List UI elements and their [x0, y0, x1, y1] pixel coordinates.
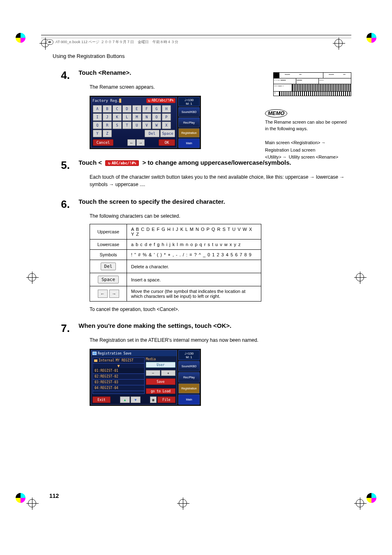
- memo-path-1b: Registration Load screen: [265, 147, 315, 152]
- cmyk-swatch: [367, 493, 376, 503]
- row-chars-lowercase: a b c d e f g h i j k l m n o p q r s t …: [127, 240, 261, 250]
- minus-button[interactable]: —: [146, 370, 160, 376]
- main-button[interactable]: Main: [178, 394, 200, 405]
- space-key-cell: Space: [90, 273, 127, 286]
- key-u[interactable]: U: [132, 122, 141, 129]
- regist-item[interactable]: 02:REGIST-02: [93, 374, 144, 380]
- memo-box: MEMO The Rename screen can also be opene…: [265, 109, 347, 161]
- key-x[interactable]: X: [162, 122, 171, 129]
- key-f[interactable]: F: [142, 105, 151, 113]
- row-chars-uppercase: A B C D E F G H I J K L M N O P Q R S T …: [127, 224, 261, 240]
- arrow-desc: Move the cursor (the symbol that indicat…: [127, 286, 261, 302]
- scroll-up-button[interactable]: ▲: [120, 396, 130, 403]
- key-a[interactable]: A: [93, 105, 102, 113]
- key-h[interactable]: H: [162, 105, 171, 113]
- key-e[interactable]: E: [132, 105, 141, 113]
- keyboard-diagram: ▪▪▪▪▪▪▪▪▪▪▪▪▪▪▪▪▪▪▪▪ ▫ ▫ ▫▫▫ ▪▪▪▪▪▪▪▪▪▪▪…: [273, 72, 351, 96]
- exit-button[interactable]: Exit: [92, 396, 111, 403]
- down-arrow-icon: ▼: [93, 364, 144, 368]
- left-arrow-icon: ←: [98, 290, 108, 298]
- key-w[interactable]: W: [152, 122, 161, 129]
- user-button[interactable]: User: [146, 362, 175, 368]
- keyboard-grid: A B C D E F G H I J K: [91, 104, 177, 138]
- del-button[interactable]: Del: [145, 130, 159, 137]
- rec-play-button[interactable]: Rec/Play: [178, 372, 200, 382]
- char-switch-button[interactable]: ↻ABC/abc/!#%: [146, 98, 175, 103]
- key-o[interactable]: O: [152, 113, 161, 121]
- media-icon[interactable]: ▦: [150, 396, 157, 403]
- key-v[interactable]: V: [142, 122, 151, 129]
- section-heading: Using the Registration Buttons: [53, 53, 351, 59]
- memo-path-2b: Utility screen <Rename>: [289, 154, 338, 159]
- step-number: 6.: [53, 198, 70, 211]
- registration-mark: [24, 495, 40, 511]
- sound-kbd-button[interactable]: Sound/KBD: [178, 107, 200, 117]
- memo-label: MEMO: [265, 109, 287, 117]
- cancel-note: To cancel the operation, touch <Cancel>.: [90, 306, 351, 312]
- key-k[interactable]: K: [113, 113, 122, 121]
- row-label-symbols: Symbols: [90, 250, 127, 260]
- screen-title: Factory Reg._: [92, 99, 121, 103]
- del-desc: Delete a character.: [127, 260, 261, 273]
- key-l[interactable]: L: [122, 113, 131, 121]
- step-number: 7.: [53, 322, 70, 335]
- key-m[interactable]: M: [132, 113, 141, 121]
- save-button[interactable]: Save: [146, 378, 175, 385]
- key-n[interactable]: N: [142, 113, 151, 121]
- key-p[interactable]: P: [162, 113, 171, 121]
- main-button[interactable]: Main: [178, 138, 200, 148]
- book-header: ⬬ AT-900_e.book 112 ページ ２００７年９月７日 金曜日 午前…: [41, 38, 351, 45]
- regist-item[interactable]: 01:REGIST-01: [93, 368, 144, 374]
- del-key-cell: Del: [90, 260, 127, 273]
- ok-button[interactable]: OK: [159, 139, 175, 146]
- cycle-icon: ↻: [108, 161, 110, 165]
- key-r[interactable]: R: [103, 122, 112, 129]
- header-oval-icon: ⬬: [46, 39, 53, 45]
- registration-mark: [24, 269, 40, 286]
- plus-button[interactable]: +: [161, 370, 175, 376]
- media-label: Media: [146, 357, 175, 361]
- key-j[interactable]: J: [103, 113, 112, 121]
- key-s[interactable]: S: [113, 122, 122, 129]
- registration-mark: [352, 269, 368, 286]
- row-label-uppercase: Uppercase: [90, 224, 127, 240]
- registration-list: Internal MY REGIST ▼ 01:REGIST-01 02:REG…: [92, 357, 145, 394]
- arrows-cell: ←→: [90, 286, 127, 302]
- key-b[interactable]: B: [103, 105, 112, 113]
- arrow-icon: →: [282, 154, 287, 159]
- step-5: 5. Touch < ↻ABC/abc/!#% > to change amon…: [53, 159, 351, 188]
- registration-save-figure: Registration Save Internal MY REGIST ▼ 0…: [90, 349, 201, 406]
- file-button[interactable]: File: [157, 396, 175, 403]
- key-q[interactable]: Q: [93, 122, 102, 129]
- rec-play-button[interactable]: Rec/Play: [178, 117, 200, 127]
- key-d[interactable]: D: [122, 105, 131, 113]
- registration-button[interactable]: Registration: [178, 128, 200, 138]
- key-c[interactable]: C: [113, 105, 122, 113]
- key-z[interactable]: Z: [103, 130, 112, 137]
- key-g[interactable]: G: [152, 105, 161, 113]
- regist-item[interactable]: 03:REGIST-03: [93, 380, 144, 385]
- key-y[interactable]: Y: [93, 130, 102, 137]
- header-text: AT-900_e.book 112 ページ ２００７年９月７日 金曜日 午前８時…: [55, 40, 178, 44]
- sound-kbd-button[interactable]: Sound/KBD: [178, 361, 200, 371]
- regist-name: MY REGIST: [116, 359, 134, 362]
- cursor-right-button[interactable]: →: [136, 139, 145, 146]
- step-heading: Touch <Rename>.: [78, 69, 131, 76]
- character-table: Uppercase A B C D E F G H I J K L M N O …: [90, 224, 261, 302]
- scroll-down-button[interactable]: ▼: [131, 396, 141, 403]
- key-t[interactable]: T: [122, 122, 131, 129]
- char-switch-button-inline: ↻ABC/abc/!#%: [105, 160, 139, 166]
- step-body: Each touch of the character switch butto…: [90, 173, 351, 188]
- step-body: The Registration set in the ATELIER's in…: [90, 336, 351, 344]
- regist-item[interactable]: 04:REGIST-04: [93, 385, 144, 391]
- goto-load-button[interactable]: go to Load: [146, 388, 175, 394]
- step-6: 6. Touch the screen to specify the desir…: [53, 198, 351, 312]
- cancel-button[interactable]: Cancel: [93, 139, 113, 146]
- space-button[interactable]: Space: [160, 130, 175, 137]
- key-i[interactable]: I: [93, 113, 102, 121]
- cursor-left-button[interactable]: ←: [127, 139, 136, 146]
- step-heading: Touch the screen to specify the desired …: [78, 198, 225, 205]
- rename-screen-figure: Factory Reg._ ↻ABC/abc/!#% A B C D E F G: [90, 96, 201, 149]
- registration-button[interactable]: Registration: [178, 383, 200, 394]
- memo-text: The Rename screen can also be opened in …: [265, 119, 347, 132]
